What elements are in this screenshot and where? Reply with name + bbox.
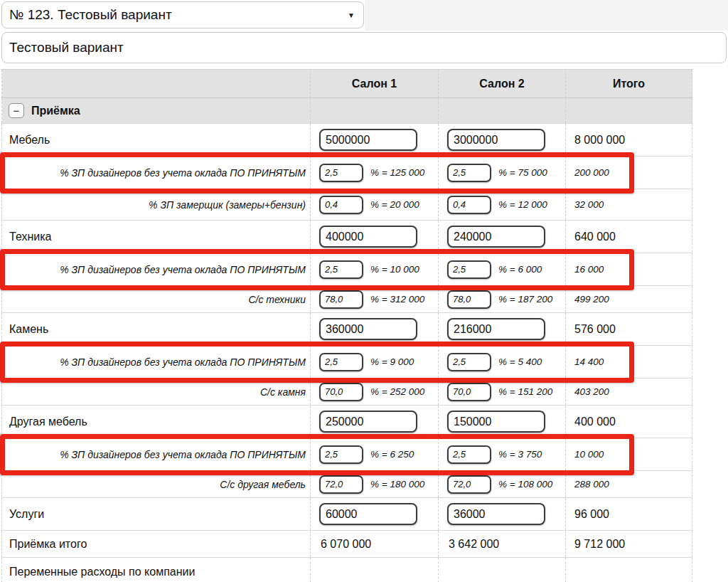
row-total: 499 200: [566, 286, 692, 313]
column-header-empty: [2, 70, 311, 98]
salon1-input-cell: [311, 498, 439, 531]
salon1-percent-input[interactable]: [319, 383, 363, 401]
salon1-result: % = 180 000: [370, 479, 424, 490]
table-row: % ЗП замерщик (замеры+бензин)% = 20 000%…: [2, 189, 692, 221]
salon2-cell: % = 5 400: [439, 346, 566, 379]
salon2-percent-input[interactable]: [447, 353, 491, 371]
row-label: % ЗП дизайнеров без учета оклада ПО ПРИН…: [2, 157, 311, 189]
row-label: Камень: [2, 313, 311, 346]
table-body: Мебель8 000 000% ЗП дизайнеров без учета…: [2, 124, 692, 582]
salon1-input[interactable]: [319, 411, 417, 433]
column-header-salon2: Салон 2: [439, 70, 566, 98]
salon2-percent-input[interactable]: [447, 260, 491, 279]
table-row: Мебель8 000 000: [2, 124, 692, 157]
row-total: 14 400: [566, 346, 692, 379]
salon2-percent-input[interactable]: [447, 445, 491, 464]
collapse-section-button[interactable]: −: [9, 103, 24, 118]
row-label: Техника: [2, 221, 311, 253]
salon2-percent-input[interactable]: [447, 290, 491, 309]
salon1-result: % = 9 000: [370, 356, 414, 367]
salon2-input-cell: [439, 406, 566, 438]
column-header-salon1: Салон 1: [311, 70, 439, 98]
salon2-cell: % = 12 000: [439, 189, 566, 221]
salon2-cell: % = 75 000: [439, 157, 566, 189]
salon1-percent-input[interactable]: [319, 445, 363, 464]
salon2-input[interactable]: [447, 411, 545, 433]
salon2-percent-input[interactable]: [447, 196, 491, 214]
row-total: 9 712 000: [566, 531, 692, 558]
salon1-input[interactable]: [319, 129, 417, 151]
salon2-input-cell: [439, 124, 566, 157]
salon2-result: % = 6 000: [498, 264, 542, 275]
row-label: % ЗП дизайнеров без учета оклада ПО ПРИН…: [2, 253, 311, 286]
salon2-input[interactable]: [447, 318, 545, 340]
row-label: С/с техники: [2, 286, 311, 313]
row-total: 403 200: [566, 379, 692, 406]
salon2-input-cell: [439, 313, 566, 346]
empty-cell: [566, 558, 692, 582]
salon2-cell: % = 6 000: [439, 253, 566, 286]
salon2-percent-input[interactable]: [447, 164, 491, 182]
variant-select-value: № 123. Тестовый вариант: [9, 7, 172, 23]
salon2-percent-input[interactable]: [447, 383, 491, 401]
empty-cell: [439, 558, 566, 582]
salon2-result: % = 151 200: [498, 386, 552, 397]
row-total: 8 000 000: [566, 124, 692, 157]
row-label: С/с камня: [2, 379, 311, 406]
empty-cell: [311, 558, 439, 582]
column-header-total: Итого: [566, 70, 692, 98]
row-total: 400 000: [566, 406, 692, 438]
salon1-input[interactable]: [319, 226, 417, 248]
table-header-row: Салон 1 Салон 2 Итого: [2, 70, 692, 98]
row-total: 640 000: [566, 221, 692, 253]
table-row: С/с камня% = 252 000% = 151 200403 200: [2, 379, 692, 406]
salon2-percent-input[interactable]: [447, 475, 491, 494]
salon2-input-cell: [439, 498, 566, 531]
salon1-input-cell: [311, 313, 439, 346]
row-label: % ЗП дизайнеров без учета оклада ПО ПРИН…: [2, 346, 311, 379]
salon1-percent-input[interactable]: [319, 290, 363, 309]
salon1-input[interactable]: [319, 503, 417, 525]
salon2-cell: % = 151 200: [439, 379, 566, 406]
salon1-percent-input[interactable]: [319, 475, 363, 494]
salon2-result: % = 108 000: [498, 479, 552, 490]
row-label: С/с другая мебель: [2, 471, 311, 498]
salon1-cell: % = 6 250: [311, 438, 439, 471]
salon1-cell: % = 252 000: [311, 379, 439, 406]
section-label: Приёмка: [31, 105, 80, 117]
salon2-input[interactable]: [447, 503, 545, 525]
row-total: 32 000: [566, 189, 692, 221]
salon1-percent-input[interactable]: [319, 196, 363, 214]
salon1-total: 6 070 000: [311, 531, 439, 558]
table-row: Переменные расходы по компании: [2, 558, 692, 582]
variant-select[interactable]: № 123. Тестовый вариант ▼: [1, 1, 364, 28]
table-row: Техника640 000: [2, 221, 692, 253]
salon2-result: % = 187 200: [498, 294, 552, 305]
salon1-percent-input[interactable]: [319, 260, 363, 279]
table-row: С/с техники% = 312 000% = 187 200499 200: [2, 286, 692, 313]
row-label: Приёмка итого: [2, 531, 311, 558]
variant-name-input[interactable]: [1, 32, 727, 63]
table-row: Услуги96 000: [2, 498, 692, 531]
salon1-input[interactable]: [319, 318, 417, 340]
salon1-cell: % = 312 000: [311, 286, 439, 313]
salon2-result: % = 75 000: [498, 167, 547, 178]
salon2-input[interactable]: [447, 226, 545, 248]
table-row: Другая мебель400 000: [2, 406, 692, 438]
row-total: 576 000: [566, 313, 692, 346]
salon1-result: % = 10 000: [370, 264, 419, 275]
table-row: Приёмка итого6 070 0003 642 0009 712 000: [2, 531, 692, 558]
section-row-priyomka: − Приёмка: [2, 98, 692, 124]
salon1-percent-input[interactable]: [319, 353, 363, 371]
salon1-cell: % = 10 000: [311, 253, 439, 286]
salon2-total: 3 642 000: [439, 531, 566, 558]
salon1-result: % = 6 250: [370, 449, 414, 460]
salon1-percent-input[interactable]: [319, 164, 363, 182]
salon1-cell: % = 20 000: [311, 189, 439, 221]
salon1-cell: % = 9 000: [311, 346, 439, 379]
salon2-result: % = 5 400: [498, 356, 542, 367]
salon2-input[interactable]: [447, 129, 545, 151]
row-label: Другая мебель: [2, 406, 311, 438]
table-row: % ЗП дизайнеров без учета оклада ПО ПРИН…: [2, 346, 692, 379]
salon1-input-cell: [311, 221, 439, 253]
